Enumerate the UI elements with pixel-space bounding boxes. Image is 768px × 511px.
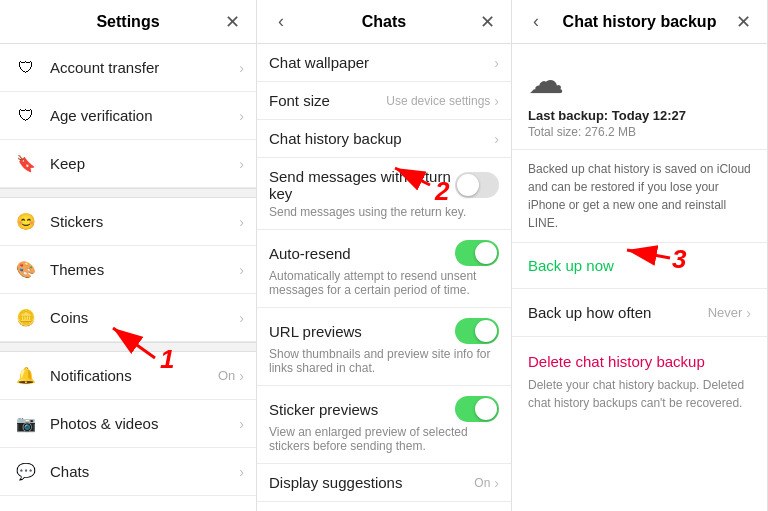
sidebar-item-notifications[interactable]: 🔔 Notifications On› [0, 352, 256, 400]
autoresend-right [455, 240, 499, 266]
calls-icon: 📞 [12, 506, 40, 512]
backup-close-icon[interactable]: ✕ [729, 8, 757, 36]
chevron-icon: › [494, 131, 499, 147]
delete-title[interactable]: Delete chat history backup [528, 353, 751, 370]
chats-label: Chats [50, 463, 239, 480]
account-transfer-label: Account transfer [50, 59, 239, 76]
age-verification-label: Age verification [50, 107, 239, 124]
backup-label: Chat history backup [269, 130, 494, 147]
chats-title: Chats [362, 13, 406, 31]
chevron-icon: › [239, 214, 244, 230]
autoresend-sub: Automatically attempt to resend unsent m… [269, 269, 499, 297]
divider-2 [0, 342, 256, 352]
backup-how-often-value: Never [708, 305, 743, 320]
coins-icon: 🪙 [12, 304, 40, 332]
backup-total-size: Total size: 276.2 MB [528, 125, 751, 139]
notifications-label: Notifications [50, 367, 218, 384]
backup-top-section: ☁ Last backup: Today 12:27 Total size: 2… [512, 44, 767, 150]
urlpreviews-right [455, 318, 499, 344]
chats-item-backup[interactable]: Chat history backup › [257, 120, 511, 158]
chevron-icon: › [239, 262, 244, 278]
chats-panel: ‹ Chats ✕ Chat wallpaper › Font size Use… [257, 0, 512, 511]
chats-item-urlpreviews[interactable]: URL previews Show thumbnails and preview… [257, 308, 511, 386]
chats-item-fontsize[interactable]: Font size Use device settings› [257, 82, 511, 120]
chats-item-autoresend[interactable]: Auto-resend Automatically attempt to res… [257, 230, 511, 308]
backup-back-icon[interactable]: ‹ [522, 8, 550, 36]
chats-item-stickerpreviews[interactable]: Sticker previews View an enlarged previe… [257, 386, 511, 464]
chevron-icon: › [239, 108, 244, 124]
chats-header: ‹ Chats ✕ [257, 0, 511, 44]
settings-close-icon[interactable]: ✕ [218, 8, 246, 36]
photos-icon: 📷 [12, 410, 40, 438]
chevron-icon: › [239, 60, 244, 76]
stickerpreviews-label: Sticker previews [269, 401, 455, 418]
chevron-icon: › [494, 55, 499, 71]
chats-item-returnkey[interactable]: Send messages with return key Send messa… [257, 158, 511, 230]
fontsize-right: Use device settings› [386, 93, 499, 109]
chats-icon: 💬 [12, 458, 40, 486]
backup-last-backup: Last backup: Today 12:27 [528, 108, 751, 123]
autoresend-toggle[interactable] [455, 240, 499, 266]
chats-back-icon[interactable]: ‹ [267, 8, 295, 36]
urlpreviews-toggle[interactable] [455, 318, 499, 344]
stickerpreviews-sub: View an enlarged preview of selected sti… [269, 425, 499, 453]
stickerpreviews-toggle[interactable] [455, 396, 499, 422]
stickerpreviews-right [455, 396, 499, 422]
backup-description: Backed up chat history is saved on iClou… [512, 150, 767, 243]
wallpaper-label: Chat wallpaper [269, 54, 494, 71]
chevron-icon: › [239, 368, 244, 384]
account-transfer-right: › [239, 60, 244, 76]
sidebar-item-age-verification[interactable]: 🛡 Age verification › [0, 92, 256, 140]
chats-item-wallpaper[interactable]: Chat wallpaper › [257, 44, 511, 82]
sidebar-item-calls[interactable]: 📞 Calls › [0, 496, 256, 511]
displaysuggestions-label: Display suggestions [269, 474, 474, 491]
sidebar-item-stickers[interactable]: 😊 Stickers › [0, 198, 256, 246]
cloud-icon: ☁ [528, 60, 751, 102]
themes-label: Themes [50, 261, 239, 278]
urlpreviews-sub: Show thumbnails and preview site info fo… [269, 347, 499, 375]
sidebar-item-photos-videos[interactable]: 📷 Photos & videos › [0, 400, 256, 448]
back-up-now-link[interactable]: Back up now [512, 243, 767, 289]
themes-right: › [239, 262, 244, 278]
displaysuggestions-right: On› [474, 475, 499, 491]
themes-icon: 🎨 [12, 256, 40, 284]
photos-right: › [239, 416, 244, 432]
notifications-right: On› [218, 368, 244, 384]
sidebar-item-chats[interactable]: 💬 Chats › [0, 448, 256, 496]
backup-panel: ‹ Chat history backup ✕ ☁ Last backup: T… [512, 0, 768, 511]
stickers-right: › [239, 214, 244, 230]
notifications-icon: 🔔 [12, 362, 40, 390]
sidebar-item-coins[interactable]: 🪙 Coins › [0, 294, 256, 342]
chevron-icon: › [239, 416, 244, 432]
settings-section-bot: 🔔 Notifications On› 📷 Photos & videos › … [0, 352, 256, 511]
chats-item-displaysuggestions[interactable]: Display suggestions On› [257, 464, 511, 502]
backup-how-often-label: Back up how often [528, 304, 708, 321]
autoresend-label: Auto-resend [269, 245, 455, 262]
chats-close-icon[interactable]: ✕ [473, 8, 501, 36]
chevron-icon: › [239, 156, 244, 172]
sidebar-item-keep[interactable]: 🔖 Keep › [0, 140, 256, 188]
chats-content: Chat wallpaper › Font size Use device se… [257, 44, 511, 511]
coins-right: › [239, 310, 244, 326]
returnkey-right [455, 172, 499, 198]
returnkey-toggle[interactable] [455, 172, 499, 198]
delete-desc: Delete your chat history backup. Deleted… [528, 376, 751, 412]
keep-label: Keep [50, 155, 239, 172]
chevron-icon: › [239, 310, 244, 326]
backup-title: Chat history backup [563, 13, 717, 31]
settings-section-mid: 😊 Stickers › 🎨 Themes › 🪙 Coins › [0, 198, 256, 342]
stickers-icon: 😊 [12, 208, 40, 236]
sidebar-item-themes[interactable]: 🎨 Themes › [0, 246, 256, 294]
age-verification-icon: 🛡 [12, 102, 40, 130]
backup-right: › [494, 131, 499, 147]
keep-icon: 🔖 [12, 150, 40, 178]
fontsize-label: Font size [269, 92, 386, 109]
backup-header: ‹ Chat history backup ✕ [512, 0, 767, 44]
chevron-icon: › [239, 464, 244, 480]
divider-1 [0, 188, 256, 198]
settings-content: 🛡 Account transfer › 🛡 Age verification … [0, 44, 256, 511]
delete-section: Delete chat history backup Delete your c… [512, 337, 767, 428]
urlpreviews-label: URL previews [269, 323, 455, 340]
sidebar-item-account-transfer[interactable]: 🛡 Account transfer › [0, 44, 256, 92]
backup-how-often-row[interactable]: Back up how often Never › [512, 289, 767, 337]
